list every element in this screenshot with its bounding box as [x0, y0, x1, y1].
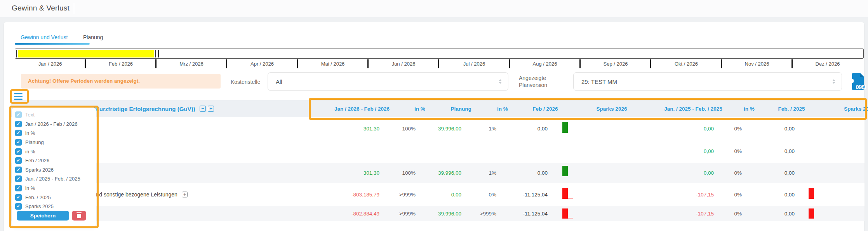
table-cell: 100%	[379, 117, 416, 140]
column-menu-item[interactable]: in %	[12, 147, 96, 156]
table-row[interactable]: 301,30 100% 39.996,00 1% 0,00 0,00 0% 0,…	[11, 163, 865, 183]
column-header[interactable]: Jan. / 2025 - Feb. / 2025	[654, 100, 732, 117]
month-label: Mrz / 2026	[156, 61, 227, 67]
slider-left-handle[interactable]	[16, 50, 17, 57]
checkbox-checked-icon[interactable]	[15, 121, 22, 127]
table-row[interactable]: Material und sonstige bezogene Leistunge…	[11, 183, 865, 206]
csv-file-icon: CSV	[852, 73, 864, 90]
checkbox-checked-icon[interactable]	[15, 148, 22, 155]
checkbox-checked-icon[interactable]	[15, 185, 22, 191]
table-cell: 0%	[713, 206, 742, 221]
table-cell: -107,15	[636, 206, 714, 221]
table-cell: 0,00	[636, 117, 714, 140]
column-menu-item[interactable]: Text	[12, 110, 96, 120]
trash-icon	[77, 214, 81, 218]
table-cell: 1%	[461, 117, 496, 140]
column-menu-item[interactable]: Jan. / 2025 - Feb. / 2025	[12, 174, 96, 184]
table-cell: 0%	[713, 163, 742, 183]
sparkline-2026	[562, 188, 568, 199]
table-cell: 0,00	[636, 163, 714, 183]
table-cell: 39.996,00	[413, 206, 461, 221]
checkbox-checked-icon[interactable]	[15, 175, 22, 182]
title-divider	[74, 3, 74, 14]
table-row[interactable]: 0,00 0% 0,00	[11, 140, 865, 163]
column-menu-item[interactable]: in %	[12, 184, 96, 193]
checkbox-checked-icon[interactable]	[15, 157, 22, 164]
kostenstelle-value: All	[276, 78, 282, 85]
column-header[interactable]: Jan / 2026 - Feb / 2026	[323, 100, 401, 117]
table-cell: 0,00	[748, 206, 795, 221]
checkbox-checked-icon[interactable]	[15, 203, 22, 210]
tab-gewinn-und-verlust[interactable]: Gewinn und Verlust	[21, 34, 68, 40]
slider-selected-range[interactable]	[18, 50, 154, 57]
save-button[interactable]: Speichern	[17, 211, 69, 221]
checkbox-checked-icon[interactable]	[15, 194, 22, 201]
column-header[interactable]: in %	[400, 100, 439, 117]
slider-right-handle[interactable]	[155, 50, 156, 57]
column-header[interactable]: Planung	[442, 100, 480, 117]
active-tab-underline	[15, 43, 90, 45]
column-header[interactable]: in %	[730, 100, 769, 117]
open-periods-warning: Achtung! Offene Perioden werden angezeig…	[21, 74, 221, 89]
checkbox-checked-icon[interactable]	[15, 111, 22, 118]
month-label: Apr / 2026	[227, 61, 297, 67]
table-cell: 301,30	[294, 117, 379, 140]
table-cell: >999%	[379, 206, 416, 221]
table-cell: 0%	[713, 140, 742, 163]
checkbox-checked-icon[interactable]	[15, 130, 22, 136]
table-cell: 0,00	[413, 183, 461, 206]
table-row[interactable]: -802.884,49 >999% 39.996,00 >999% -11.12…	[11, 206, 865, 221]
collapse-all-icon[interactable]	[200, 106, 206, 112]
sort-arrows-icon	[832, 79, 835, 84]
column-header[interactable]: Sparks 2026	[588, 100, 635, 117]
table-cell: 39.996,00	[413, 163, 461, 183]
table-cell: 0%	[713, 117, 742, 140]
table-cell: -11.125,04	[499, 183, 548, 206]
column-header[interactable]: Feb. / 2025	[772, 100, 811, 117]
column-menu-item[interactable]: in %	[12, 129, 96, 138]
top-bar: Gewinn & Verlust	[0, 0, 868, 17]
sparkline-2026	[562, 166, 568, 176]
csv-export-button[interactable]: CSV	[852, 73, 866, 92]
row-expand-icon[interactable]	[182, 192, 188, 198]
sparkline-2025	[809, 208, 814, 219]
month-label: Jan / 2026	[15, 61, 85, 67]
month-label: Sep / 2026	[580, 61, 651, 67]
column-header[interactable]: Feb / 2026	[526, 100, 565, 117]
column-menu-item[interactable]: Feb. / 2025	[12, 193, 96, 202]
table-cell: 1%	[461, 163, 496, 183]
table-row[interactable]: 301,30 100% 39.996,00 1% 0,00 0,00 0% 0,…	[11, 117, 865, 140]
table-cell: -11.125,04	[499, 206, 548, 221]
table-cell: 0,00	[748, 163, 795, 183]
month-label: Feb / 2026	[85, 61, 156, 67]
table-cell: >999%	[461, 206, 496, 221]
table-cell: -803.185,79	[294, 183, 379, 206]
tab-planung[interactable]: Planung	[83, 34, 103, 40]
table-cell	[379, 140, 416, 163]
checkbox-checked-icon[interactable]	[15, 167, 22, 173]
slider-right-handle-grip[interactable]	[158, 50, 159, 57]
period-range-slider[interactable]	[15, 49, 864, 59]
column-menu-item[interactable]: Sparks 2025	[12, 202, 96, 211]
column-menu-item[interactable]: Planung	[12, 138, 96, 147]
column-menu-item[interactable]: Feb / 2026	[12, 156, 96, 165]
kostenstelle-label: Kostenstelle	[231, 79, 260, 85]
table-cell: -802.884,49	[294, 206, 379, 221]
column-menu-button[interactable]	[14, 93, 23, 100]
column-menu-item[interactable]: Sparks 2026	[12, 165, 96, 175]
sparkline-2025	[809, 188, 814, 199]
table-cell: 0,00	[748, 183, 795, 206]
table-cell	[461, 140, 496, 163]
kostenstelle-select[interactable]: All	[268, 72, 508, 91]
column-header[interactable]: in %	[483, 100, 522, 117]
column-header[interactable]: Sparks 2025	[828, 100, 868, 117]
checkbox-checked-icon[interactable]	[15, 139, 22, 146]
delete-button[interactable]	[72, 211, 86, 221]
planversion-select[interactable]: 29: TEST MM	[573, 72, 842, 91]
table-cell	[413, 140, 461, 163]
column-menu-item[interactable]: Jan / 2026 - Feb / 2026	[12, 120, 96, 129]
table-cell: >999%	[379, 183, 416, 206]
expand-all-icon[interactable]	[208, 106, 214, 112]
sparkline-2026	[562, 208, 568, 219]
table-cell: 0,00	[748, 117, 795, 140]
